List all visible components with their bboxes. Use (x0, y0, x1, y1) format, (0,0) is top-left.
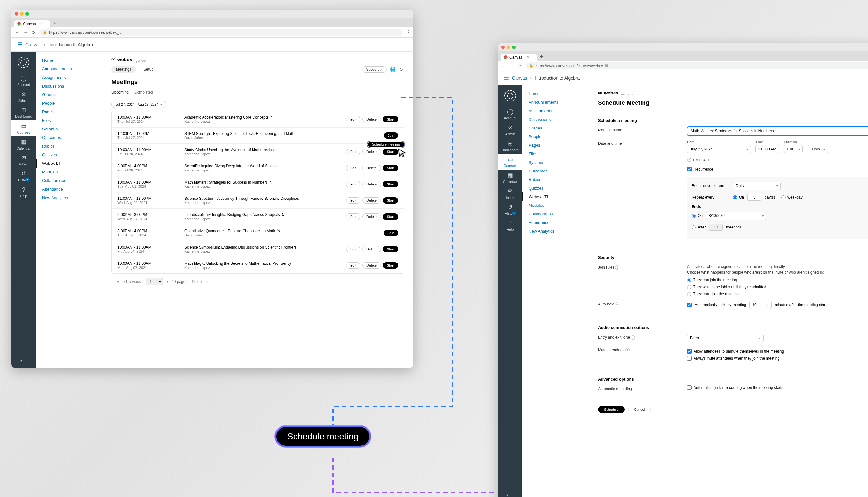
nav-webex-lti[interactable]: Webex LTI (522, 193, 589, 201)
nav-pages[interactable]: Pages (522, 141, 589, 150)
edit-button[interactable]: Edit (346, 165, 360, 171)
nav-attendance[interactable]: Attendance (36, 185, 102, 194)
meeting-title[interactable]: Science Spectrum: A Journey Through Vari… (184, 196, 299, 201)
pager-prev[interactable]: ‹ Previous (124, 279, 141, 284)
duration-min-select[interactable]: 0 min (808, 145, 828, 153)
nav-new-analytics[interactable]: New Analytics (36, 194, 102, 202)
traffic-light-close[interactable] (501, 45, 505, 49)
rail-item-account[interactable]: ◯Account (12, 73, 36, 88)
pager-page-select[interactable]: 1 (146, 278, 163, 285)
callout-button[interactable]: Schedule meeting (275, 426, 371, 447)
rail-item-calendar[interactable]: ▦Calendar (498, 170, 522, 185)
edit-button[interactable]: Edit (346, 116, 360, 123)
rec-pattern-select[interactable]: Daily (733, 182, 781, 190)
meeting-title[interactable]: Quantitative Quandaries: Tackling Challe… (184, 229, 275, 233)
nav-home[interactable]: Home (522, 89, 589, 98)
pager-next[interactable]: Next › (192, 279, 202, 284)
time-input[interactable]: 11 : 00 AM (755, 145, 779, 153)
canvas-logo-icon[interactable] (505, 90, 516, 101)
meeting-title[interactable]: Academic Acceleration: Mastering Core Co… (184, 115, 268, 119)
nav-rubics[interactable]: Rubics (522, 175, 589, 184)
mute-opt-1[interactable]: Allow attendees to unmute themselves in … (687, 349, 868, 354)
timezone-display[interactable]: 🕒 GMT-04:00 (687, 158, 868, 162)
meeting-title[interactable]: Science Symposium: Engaging Discussions … (184, 245, 297, 250)
delete-button[interactable]: Delete (362, 181, 381, 187)
meeting-name-input[interactable] (687, 127, 868, 136)
subtab-completed[interactable]: Completed (134, 90, 153, 96)
autolock-minutes-select[interactable]: 10 (749, 301, 772, 309)
nav-reload-icon[interactable]: ⟳ (518, 63, 523, 68)
nav-back-icon[interactable]: ← (501, 63, 506, 68)
nav-back-icon[interactable]: ← (15, 30, 20, 35)
tab-close-icon[interactable]: × (527, 55, 529, 59)
breadcrumb-root[interactable]: Canvas (512, 75, 527, 81)
pager-first-icon[interactable]: « (117, 279, 120, 284)
nav-modules[interactable]: Modules (36, 168, 102, 176)
meeting-title[interactable]: Math Magic: Unlocking the Secrets to Mat… (184, 261, 291, 266)
start-button[interactable]: Start (383, 197, 398, 204)
subtab-upcoming[interactable]: Upcoming (111, 90, 129, 96)
support-button[interactable]: Support ↗ (362, 66, 387, 73)
autolock-checkbox[interactable] (687, 302, 692, 307)
refresh-icon[interactable]: ⟳ (399, 67, 404, 72)
rail-item-history[interactable]: ↺History (12, 168, 36, 184)
nav-people[interactable]: People (522, 132, 589, 141)
traffic-light-min[interactable] (20, 12, 24, 16)
edit-button[interactable]: Edit (346, 197, 360, 204)
rail-item-help[interactable]: ?Help• (12, 184, 36, 200)
edit-button[interactable]: Edit (346, 246, 360, 252)
delete-button[interactable]: Delete (362, 262, 381, 269)
rail-item-dashboard[interactable]: ⊞Dashboard (498, 138, 522, 154)
nav-outcomes[interactable]: Outcomes (522, 167, 589, 175)
new-tab-button[interactable]: + (537, 53, 546, 61)
nav-rubics[interactable]: Rubics (36, 142, 102, 151)
ends-after-radio[interactable]: After (692, 225, 706, 229)
delete-button[interactable]: Delete (362, 165, 381, 171)
nav-quizzes[interactable]: Quizzes (522, 184, 589, 193)
nav-files[interactable]: Files (36, 116, 102, 125)
delete-button[interactable]: Delete (362, 148, 381, 155)
nav-files[interactable]: Files (522, 150, 589, 158)
nav-announcements[interactable]: Announcements (522, 98, 589, 106)
info-icon[interactable]: i (615, 265, 619, 270)
entry-tone-select[interactable]: Beep (687, 334, 763, 342)
meeting-title[interactable]: Study Circle: Unveiling the Mysteries of… (184, 148, 274, 152)
mute-opt-2[interactable]: Always mute attendees when they join the… (687, 356, 868, 360)
edit-button[interactable]: Edit (346, 262, 360, 269)
edit-button[interactable]: Edit (346, 213, 360, 220)
nav-reload-icon[interactable]: ⟳ (31, 30, 36, 35)
nav-outcomes[interactable]: Outcomes (36, 133, 102, 142)
nav-home[interactable]: Home (36, 56, 102, 65)
info-icon[interactable]: i (615, 302, 619, 307)
nav-webex-lti[interactable]: Webex LTI (36, 159, 102, 168)
start-button[interactable]: Start (383, 213, 398, 220)
rail-item-inbox[interactable]: ✉Inbox (498, 185, 522, 201)
hamburger-icon[interactable]: ☰ (504, 74, 509, 82)
repeat-n-input[interactable] (747, 194, 761, 201)
recurrence-checkbox[interactable] (687, 167, 692, 171)
schedule-button[interactable]: Schedule (598, 406, 625, 413)
nav-quizzes[interactable]: Quizzes (36, 151, 102, 159)
nav-grades[interactable]: Grades (522, 124, 589, 132)
meeting-title[interactable]: Math Matters: Strategies for Success in … (184, 180, 267, 185)
rail-item-inbox[interactable]: ✉Inbox (12, 152, 36, 168)
cancel-button[interactable]: Cancel (628, 406, 651, 413)
rail-item-dashboard[interactable]: ⊞Dashboard (12, 104, 36, 120)
nav-syllabus[interactable]: Syllabus (522, 158, 589, 167)
globe-icon[interactable]: 🌐 (390, 67, 396, 72)
start-button[interactable]: Start (383, 181, 398, 187)
start-button[interactable]: Start (383, 148, 398, 155)
nav-announcements[interactable]: Announcements (36, 65, 102, 73)
edit-button[interactable]: Edit (346, 181, 360, 187)
browser-tab[interactable]: Canvas × (14, 20, 50, 27)
nav-fwd-icon[interactable]: → (23, 30, 28, 35)
delete-button[interactable]: Delete (362, 197, 381, 204)
nav-assignments[interactable]: Assignments (522, 106, 589, 115)
nav-attendance[interactable]: Attendance (522, 218, 589, 227)
autorec-checkbox[interactable]: Automatically start recording when the m… (687, 385, 868, 390)
join-button[interactable]: Join (384, 230, 398, 236)
rail-item-help[interactable]: ?Help• (498, 217, 522, 233)
date-range-chip[interactable]: Jul 27, 2024 - Aug 27, 2024 ▾ (111, 101, 166, 108)
join-rule-3[interactable]: They can't join the meeting (687, 292, 868, 296)
duration-hr-select[interactable]: 1 hr (784, 145, 803, 153)
